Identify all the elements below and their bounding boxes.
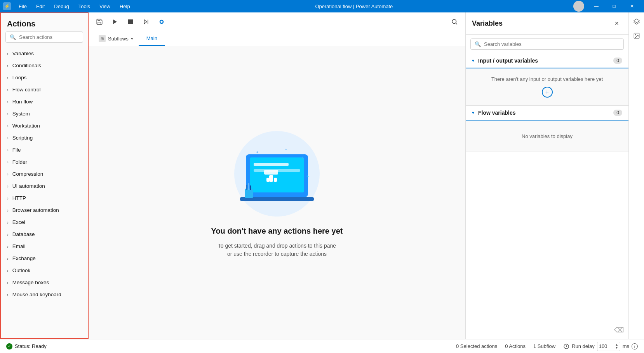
svg-line-7 (456, 23, 457, 24)
action-item-mouse-and-keyboard[interactable]: ›Mouse and keyboard (1, 288, 88, 301)
app-icon: ⚡ (3, 2, 11, 10)
window-controls: — □ ✕ (587, 0, 641, 12)
action-item-excel[interactable]: ›Excel (1, 216, 88, 228)
menu-view[interactable]: View (95, 0, 115, 12)
action-item-compression[interactable]: ›Compression (1, 168, 88, 180)
svg-marker-0 (113, 19, 117, 24)
svg-point-5 (160, 21, 162, 23)
input-output-section-title: Input / output variables (478, 58, 609, 64)
status-bar: ✓ Status: Ready 0 Selected actions 0 Act… (0, 339, 644, 353)
erase-icon[interactable]: ⌫ (614, 326, 624, 334)
action-chevron-icon: › (7, 292, 9, 297)
action-item-flow-control[interactable]: ›Flow control (1, 84, 88, 96)
action-item-loops[interactable]: ›Loops (1, 72, 88, 84)
info-icon[interactable]: i (632, 343, 638, 350)
actions-search-box[interactable]: 🔍 (5, 31, 83, 43)
side-icons-panel (628, 12, 644, 339)
run-delay-down-button[interactable]: ▼ (615, 346, 618, 350)
actions-search-input[interactable] (19, 34, 84, 40)
svg-marker-2 (144, 19, 147, 24)
action-item-workstation[interactable]: ›Workstation (1, 120, 88, 132)
run-button[interactable] (109, 16, 121, 28)
toolbar-search-button[interactable] (448, 16, 461, 28)
variables-search-input[interactable] (484, 41, 620, 47)
tab-main[interactable]: Main (139, 31, 165, 46)
action-item-database[interactable]: ›Database (1, 228, 88, 240)
action-chevron-icon: › (7, 244, 9, 249)
svg-rect-14 (269, 175, 273, 182)
action-item-variables[interactable]: ›Variables (1, 47, 88, 59)
action-chevron-icon: › (7, 87, 9, 92)
action-item-file[interactable]: ›File (1, 144, 88, 156)
side-image-icon[interactable] (630, 30, 643, 42)
add-input-output-variable-button[interactable]: + (542, 87, 553, 98)
action-item-http[interactable]: ›HTTP (1, 192, 88, 204)
subflow-count: 1 Subflow (533, 343, 555, 349)
svg-point-28 (635, 34, 636, 35)
variables-panel: Variables ✕ 🔍 ▾ Input / output variables… (465, 12, 628, 339)
save-button[interactable] (93, 16, 106, 28)
svg-rect-11 (254, 163, 289, 166)
empty-state-title: You don't have any actions here yet (211, 227, 343, 236)
maximize-button[interactable]: □ (605, 0, 623, 12)
input-output-section-content: There aren't any input or output variabl… (466, 68, 628, 105)
action-item-message-boxes[interactable]: ›Message boxes (1, 276, 88, 288)
subflows-button[interactable]: ⊞ Subflows ▾ (93, 31, 139, 46)
input-output-chevron-icon: ▾ (472, 58, 474, 63)
menu-help[interactable]: Help (115, 0, 135, 12)
action-chevron-icon: › (7, 160, 9, 164)
variables-title: Variables (472, 19, 608, 28)
action-chevron-icon: › (7, 75, 9, 80)
menu-debug[interactable]: Debug (49, 0, 73, 12)
svg-rect-20 (248, 183, 249, 190)
center-panel: ⊞ Subflows ▾ Main (89, 12, 465, 339)
close-button[interactable]: ✕ (623, 0, 641, 12)
action-item-browser-automation[interactable]: ›Browser automation (1, 204, 88, 216)
user-avatar (573, 1, 584, 12)
main-container: Actions 🔍 ›Variables›Conditionals›Loops›… (0, 12, 644, 339)
menu-bar: File Edit Debug Tools View Help (14, 0, 135, 12)
actions-panel: Actions 🔍 ›Variables›Conditionals›Loops›… (0, 12, 89, 339)
action-item-ui-automation[interactable]: ›UI automation (1, 180, 88, 192)
run-delay-value: 100 (599, 343, 607, 349)
variables-close-button[interactable]: ✕ (611, 18, 622, 29)
window-title: Operational flow | Power Automate (135, 3, 573, 9)
menu-file[interactable]: File (14, 0, 31, 12)
flow-variables-section-header[interactable]: ▾ Flow variables 0 (466, 106, 628, 121)
action-item-run-flow[interactable]: ›Run flow (1, 96, 88, 108)
action-item-conditionals[interactable]: ›Conditionals (1, 59, 88, 72)
flow-variables-section-title: Flow variables (478, 110, 609, 116)
variables-search-icon: 🔍 (475, 41, 481, 47)
minimize-button[interactable]: — (587, 0, 605, 12)
next-button[interactable] (140, 16, 152, 28)
status-text: Status: Ready (15, 343, 47, 349)
action-chevron-icon: › (7, 208, 9, 213)
actions-title: Actions (1, 13, 88, 31)
run-delay-input[interactable]: 100 ▲ ▼ (597, 342, 620, 351)
input-output-section-header[interactable]: ▾ Input / output variables 0 (466, 54, 628, 68)
actions-search-icon: 🔍 (10, 34, 16, 40)
action-item-folder[interactable]: ›Folder (1, 156, 88, 168)
status-info: 0 Selected actions 0 Actions 1 Subflow R… (456, 342, 638, 351)
action-item-exchange[interactable]: ›Exchange (1, 252, 88, 264)
menu-edit[interactable]: Edit (31, 0, 49, 12)
action-chevron-icon: › (7, 148, 9, 152)
variables-panel-footer: ⌫ (466, 152, 628, 339)
action-item-outlook[interactable]: ›Outlook (1, 264, 88, 276)
side-layers-icon[interactable] (630, 16, 643, 28)
empty-illustration: ✦ ✦ ✦ ✦ (223, 127, 331, 220)
action-item-email[interactable]: ›Email (1, 240, 88, 252)
svg-rect-13 (264, 170, 278, 175)
variables-search-box[interactable]: 🔍 (470, 38, 624, 50)
stop-button[interactable] (124, 16, 137, 28)
action-item-system[interactable]: ›System (1, 108, 88, 120)
flow-variables-section: ▾ Flow variables 0 No variables to displ… (466, 106, 628, 152)
svg-rect-1 (128, 19, 133, 24)
actions-list: ›Variables›Conditionals›Loops›Flow contr… (1, 47, 88, 338)
menu-tools[interactable]: Tools (74, 0, 95, 12)
action-item-scripting[interactable]: ›Scripting (1, 132, 88, 144)
svg-point-6 (452, 19, 456, 24)
flow-variables-section-content: No variables to display (466, 121, 628, 152)
record-button[interactable] (155, 16, 168, 28)
svg-rect-10 (250, 157, 304, 192)
